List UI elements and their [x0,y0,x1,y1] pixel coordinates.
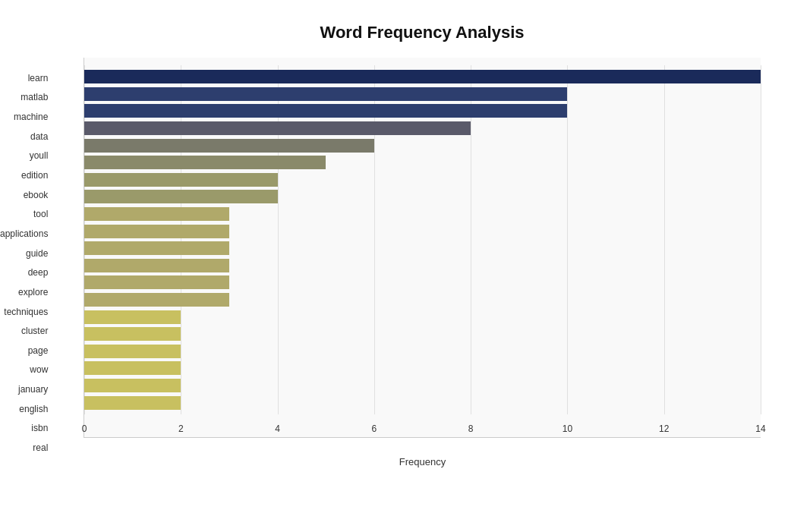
bar [84,275,229,289]
y-label: wow [0,362,54,377]
bar-row [84,87,761,102]
bar-row [84,310,761,325]
x-tick-label: 6 [372,423,377,434]
bar-row [84,103,761,118]
bar [84,225,229,238]
y-label: tool [0,206,54,222]
bar [84,121,471,135]
y-label: deep [0,265,54,280]
y-label: explore [0,285,54,300]
x-tick-label: 4 [275,423,280,434]
y-label: real [0,440,54,455]
bar [84,361,181,375]
y-label: youll [0,148,54,163]
bar [84,327,181,341]
bar [84,259,229,272]
bar-row [84,378,761,393]
bar-row [84,155,761,170]
bar-row [84,138,761,153]
bar [84,396,181,410]
y-label: learn [0,71,54,86]
x-tick-label: 12 [659,423,669,434]
bar-row [84,241,761,256]
x-tick-label: 14 [755,423,765,434]
bar-row [84,206,761,222]
bar [84,241,229,255]
y-label: edition [0,168,54,183]
y-axis-labels: learnmatlabmachinedatayoulleditionebookt… [0,65,54,461]
grid-line [761,65,761,414]
y-label: page [0,343,54,358]
y-label: january [0,382,54,397]
bar-row [84,292,761,307]
bar [84,379,181,392]
bar [84,139,374,153]
bar [84,70,761,83]
bar-row [84,69,761,84]
y-label: matlab [0,90,54,105]
y-label: techniques [0,304,54,320]
bar-row [84,121,761,136]
x-tick-label: 10 [563,423,572,434]
y-label: cluster [0,323,54,338]
y-label: ebook [0,187,54,203]
bar [84,156,326,169]
x-tick-label: 2 [178,423,184,434]
bar-row [84,344,761,359]
y-label: data [0,129,54,144]
bar-row [84,224,761,239]
bar [84,173,278,187]
y-label: english [0,401,54,417]
bar-row [84,172,761,187]
bar-row [84,189,761,204]
bar [84,190,278,203]
bar [84,345,181,358]
bar-row [84,395,761,411]
bar [84,104,567,118]
bar-row [84,258,761,273]
bar-row [84,275,761,290]
bar-row [84,326,761,342]
x-axis-labels: 02468101214 [84,414,761,437]
y-label: machine [0,109,54,124]
chart-area: 02468101214 Frequency [84,58,761,438]
chart-title: Word Frequency Analysis [84,23,761,42]
bar [84,310,181,324]
bar [84,293,229,307]
chart-container: Word Frequency Analysis learnmatlabmachi… [0,0,791,532]
y-label: isbn [0,420,54,436]
y-label: applications [0,226,54,241]
x-axis-title: Frequency [84,456,761,467]
bar [84,87,567,101]
bar [84,207,229,221]
x-tick-label: 0 [82,423,87,434]
bar-row [84,360,761,376]
x-tick-label: 8 [468,423,474,434]
y-label: guide [0,246,54,261]
